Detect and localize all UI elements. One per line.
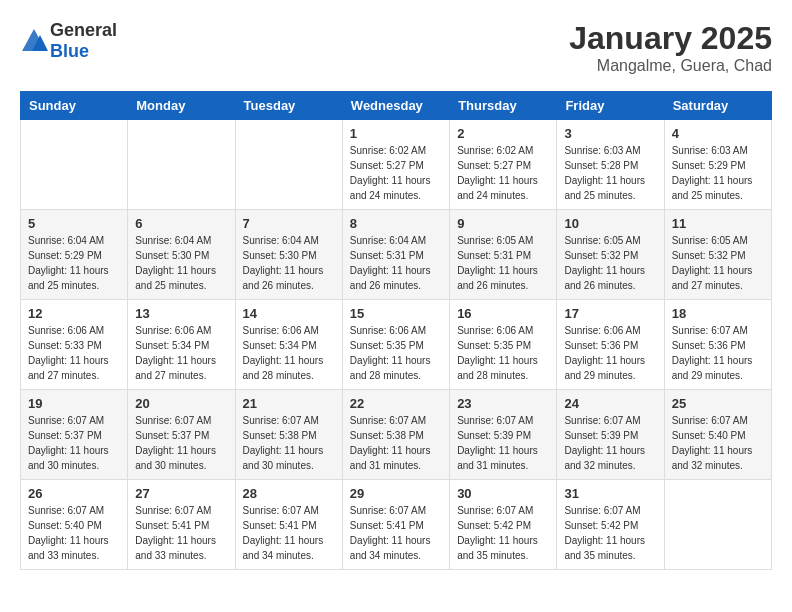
day-number: 2 [457, 126, 549, 141]
day-info: Sunrise: 6:07 AM Sunset: 5:40 PM Dayligh… [672, 413, 764, 473]
calendar-cell: 3Sunrise: 6:03 AM Sunset: 5:28 PM Daylig… [557, 120, 664, 210]
day-number: 1 [350, 126, 442, 141]
day-number: 6 [135, 216, 227, 231]
day-number: 23 [457, 396, 549, 411]
calendar-header-saturday: Saturday [664, 92, 771, 120]
logo-icon [20, 27, 48, 55]
day-number: 18 [672, 306, 764, 321]
day-info: Sunrise: 6:07 AM Sunset: 5:39 PM Dayligh… [457, 413, 549, 473]
calendar-cell: 31Sunrise: 6:07 AM Sunset: 5:42 PM Dayli… [557, 480, 664, 570]
day-info: Sunrise: 6:07 AM Sunset: 5:41 PM Dayligh… [350, 503, 442, 563]
day-number: 17 [564, 306, 656, 321]
calendar-header-friday: Friday [557, 92, 664, 120]
calendar-week-1: 5Sunrise: 6:04 AM Sunset: 5:29 PM Daylig… [21, 210, 772, 300]
day-info: Sunrise: 6:04 AM Sunset: 5:31 PM Dayligh… [350, 233, 442, 293]
logo-text-blue: Blue [50, 41, 89, 61]
calendar-cell: 1Sunrise: 6:02 AM Sunset: 5:27 PM Daylig… [342, 120, 449, 210]
calendar-header-sunday: Sunday [21, 92, 128, 120]
location-title: Mangalme, Guera, Chad [569, 57, 772, 75]
calendar-week-3: 19Sunrise: 6:07 AM Sunset: 5:37 PM Dayli… [21, 390, 772, 480]
calendar-header-row: SundayMondayTuesdayWednesdayThursdayFrid… [21, 92, 772, 120]
day-info: Sunrise: 6:06 AM Sunset: 5:34 PM Dayligh… [135, 323, 227, 383]
calendar-header-thursday: Thursday [450, 92, 557, 120]
calendar-cell: 26Sunrise: 6:07 AM Sunset: 5:40 PM Dayli… [21, 480, 128, 570]
day-info: Sunrise: 6:03 AM Sunset: 5:29 PM Dayligh… [672, 143, 764, 203]
day-info: Sunrise: 6:05 AM Sunset: 5:31 PM Dayligh… [457, 233, 549, 293]
day-info: Sunrise: 6:07 AM Sunset: 5:37 PM Dayligh… [135, 413, 227, 473]
calendar-cell: 25Sunrise: 6:07 AM Sunset: 5:40 PM Dayli… [664, 390, 771, 480]
calendar-cell: 24Sunrise: 6:07 AM Sunset: 5:39 PM Dayli… [557, 390, 664, 480]
calendar-cell: 9Sunrise: 6:05 AM Sunset: 5:31 PM Daylig… [450, 210, 557, 300]
day-info: Sunrise: 6:07 AM Sunset: 5:39 PM Dayligh… [564, 413, 656, 473]
day-info: Sunrise: 6:07 AM Sunset: 5:38 PM Dayligh… [243, 413, 335, 473]
day-info: Sunrise: 6:02 AM Sunset: 5:27 PM Dayligh… [350, 143, 442, 203]
calendar-header-tuesday: Tuesday [235, 92, 342, 120]
calendar-cell: 28Sunrise: 6:07 AM Sunset: 5:41 PM Dayli… [235, 480, 342, 570]
calendar-cell: 30Sunrise: 6:07 AM Sunset: 5:42 PM Dayli… [450, 480, 557, 570]
day-number: 27 [135, 486, 227, 501]
day-number: 20 [135, 396, 227, 411]
day-info: Sunrise: 6:02 AM Sunset: 5:27 PM Dayligh… [457, 143, 549, 203]
month-title: January 2025 [569, 20, 772, 57]
day-number: 8 [350, 216, 442, 231]
page-header: General Blue January 2025 Mangalme, Guer… [20, 20, 772, 75]
day-info: Sunrise: 6:06 AM Sunset: 5:35 PM Dayligh… [457, 323, 549, 383]
calendar-cell: 23Sunrise: 6:07 AM Sunset: 5:39 PM Dayli… [450, 390, 557, 480]
day-number: 19 [28, 396, 120, 411]
day-info: Sunrise: 6:07 AM Sunset: 5:38 PM Dayligh… [350, 413, 442, 473]
day-number: 9 [457, 216, 549, 231]
calendar-cell: 27Sunrise: 6:07 AM Sunset: 5:41 PM Dayli… [128, 480, 235, 570]
calendar-cell: 18Sunrise: 6:07 AM Sunset: 5:36 PM Dayli… [664, 300, 771, 390]
logo: General Blue [20, 20, 117, 62]
calendar-cell: 15Sunrise: 6:06 AM Sunset: 5:35 PM Dayli… [342, 300, 449, 390]
calendar-cell: 22Sunrise: 6:07 AM Sunset: 5:38 PM Dayli… [342, 390, 449, 480]
day-info: Sunrise: 6:06 AM Sunset: 5:36 PM Dayligh… [564, 323, 656, 383]
calendar-cell: 21Sunrise: 6:07 AM Sunset: 5:38 PM Dayli… [235, 390, 342, 480]
day-number: 10 [564, 216, 656, 231]
day-number: 29 [350, 486, 442, 501]
calendar-week-0: 1Sunrise: 6:02 AM Sunset: 5:27 PM Daylig… [21, 120, 772, 210]
calendar-cell: 13Sunrise: 6:06 AM Sunset: 5:34 PM Dayli… [128, 300, 235, 390]
day-number: 28 [243, 486, 335, 501]
calendar-cell: 20Sunrise: 6:07 AM Sunset: 5:37 PM Dayli… [128, 390, 235, 480]
calendar-table: SundayMondayTuesdayWednesdayThursdayFrid… [20, 91, 772, 570]
day-info: Sunrise: 6:07 AM Sunset: 5:41 PM Dayligh… [135, 503, 227, 563]
day-number: 7 [243, 216, 335, 231]
day-number: 15 [350, 306, 442, 321]
calendar-cell: 16Sunrise: 6:06 AM Sunset: 5:35 PM Dayli… [450, 300, 557, 390]
day-number: 24 [564, 396, 656, 411]
calendar-cell: 7Sunrise: 6:04 AM Sunset: 5:30 PM Daylig… [235, 210, 342, 300]
day-number: 16 [457, 306, 549, 321]
day-number: 25 [672, 396, 764, 411]
calendar-cell [128, 120, 235, 210]
calendar-week-4: 26Sunrise: 6:07 AM Sunset: 5:40 PM Dayli… [21, 480, 772, 570]
calendar-cell: 8Sunrise: 6:04 AM Sunset: 5:31 PM Daylig… [342, 210, 449, 300]
day-number: 13 [135, 306, 227, 321]
day-number: 12 [28, 306, 120, 321]
calendar-cell [664, 480, 771, 570]
day-info: Sunrise: 6:04 AM Sunset: 5:30 PM Dayligh… [135, 233, 227, 293]
day-number: 21 [243, 396, 335, 411]
logo-text-general: General [50, 20, 117, 40]
day-info: Sunrise: 6:04 AM Sunset: 5:30 PM Dayligh… [243, 233, 335, 293]
calendar-cell: 5Sunrise: 6:04 AM Sunset: 5:29 PM Daylig… [21, 210, 128, 300]
day-number: 11 [672, 216, 764, 231]
calendar-cell: 14Sunrise: 6:06 AM Sunset: 5:34 PM Dayli… [235, 300, 342, 390]
day-info: Sunrise: 6:04 AM Sunset: 5:29 PM Dayligh… [28, 233, 120, 293]
day-info: Sunrise: 6:06 AM Sunset: 5:34 PM Dayligh… [243, 323, 335, 383]
calendar-cell: 2Sunrise: 6:02 AM Sunset: 5:27 PM Daylig… [450, 120, 557, 210]
calendar-cell: 17Sunrise: 6:06 AM Sunset: 5:36 PM Dayli… [557, 300, 664, 390]
day-info: Sunrise: 6:07 AM Sunset: 5:40 PM Dayligh… [28, 503, 120, 563]
day-number: 30 [457, 486, 549, 501]
calendar-cell: 19Sunrise: 6:07 AM Sunset: 5:37 PM Dayli… [21, 390, 128, 480]
day-number: 3 [564, 126, 656, 141]
day-info: Sunrise: 6:07 AM Sunset: 5:36 PM Dayligh… [672, 323, 764, 383]
day-number: 4 [672, 126, 764, 141]
day-info: Sunrise: 6:07 AM Sunset: 5:42 PM Dayligh… [564, 503, 656, 563]
day-number: 5 [28, 216, 120, 231]
calendar-cell [235, 120, 342, 210]
day-number: 14 [243, 306, 335, 321]
calendar-cell: 10Sunrise: 6:05 AM Sunset: 5:32 PM Dayli… [557, 210, 664, 300]
day-info: Sunrise: 6:05 AM Sunset: 5:32 PM Dayligh… [564, 233, 656, 293]
day-info: Sunrise: 6:03 AM Sunset: 5:28 PM Dayligh… [564, 143, 656, 203]
